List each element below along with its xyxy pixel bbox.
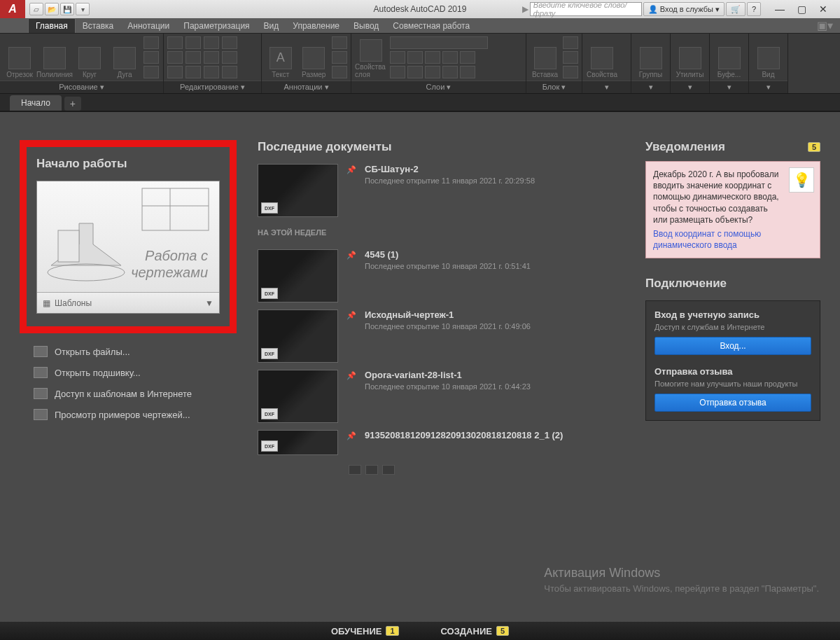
tool-small[interactable] [563, 66, 578, 78]
app-logo-icon[interactable]: A [0, 0, 25, 18]
menu-insert[interactable]: Вставка [76, 18, 121, 33]
pin-icon[interactable]: 📌 [346, 370, 356, 423]
tool-small[interactable] [390, 66, 405, 78]
tool-small[interactable] [563, 36, 578, 49]
exchange-icon[interactable]: 🛒 [726, 2, 746, 16]
tool-small[interactable] [222, 36, 237, 49]
menu-annotations[interactable]: Аннотации [120, 18, 176, 33]
menu-collab[interactable]: Совместная работа [386, 18, 477, 33]
tool-small[interactable] [332, 36, 347, 49]
tool-text[interactable]: AТекст [265, 36, 296, 78]
qat-open-icon[interactable]: 📂 [45, 3, 59, 15]
layer-combo[interactable] [390, 36, 488, 49]
minimize-button[interactable]: — [775, 4, 785, 15]
link-sample-drawings[interactable]: Просмотр примеров чертежей... [34, 409, 237, 420]
tool-polyline[interactable]: Полилиния [38, 36, 71, 78]
tab-learn[interactable]: ОБУЧЕНИЕ1 [331, 626, 399, 636]
tool-small[interactable] [460, 66, 475, 78]
tool-small[interactable] [186, 66, 201, 78]
panel-label[interactable]: ▾ [671, 81, 709, 93]
menu-parametrize[interactable]: Параметризация [176, 18, 256, 33]
link-online-templates[interactable]: Доступ к шаблонам в Интернете [34, 388, 237, 399]
panel-label-layers[interactable]: Слои ▾ [351, 81, 526, 93]
tool-small[interactable] [425, 51, 440, 64]
tool-small[interactable] [425, 66, 440, 78]
link-open-sheetset[interactable]: Открыть подшивку... [34, 367, 237, 378]
maximize-button[interactable]: ▢ [797, 4, 806, 15]
notification-card[interactable]: 💡 Декабрь 2020 г. А вы пробовали вводить… [645, 161, 820, 258]
tool-view[interactable]: Вид [752, 36, 784, 78]
tab-start[interactable]: Начало [10, 95, 62, 111]
menu-output[interactable]: Вывод [346, 18, 386, 33]
tool-small[interactable] [407, 66, 423, 78]
tool-small[interactable] [460, 51, 475, 64]
link-open-files[interactable]: Открыть файлы... [34, 346, 237, 357]
pin-icon[interactable]: 📌 [346, 309, 356, 363]
tool-small[interactable] [167, 51, 183, 64]
menu-manage[interactable]: Управление [286, 18, 346, 33]
panel-label-edit[interactable]: Редактирование ▾ [164, 81, 261, 93]
start-drawing-card[interactable]: Работа счертежами ▦Шаблоны ▼ [36, 181, 220, 314]
tool-small[interactable] [390, 51, 405, 64]
panel-label-draw[interactable]: Рисование ▾ [0, 81, 163, 93]
menu-main[interactable]: Главная [28, 18, 76, 33]
pin-icon[interactable]: 📌 [346, 164, 356, 217]
tool-small[interactable] [186, 36, 201, 49]
tool-line[interactable]: Отрезок [4, 36, 36, 78]
panel-label[interactable]: ▾ [582, 81, 631, 93]
tool-small[interactable] [442, 66, 458, 78]
tool-small[interactable] [407, 51, 423, 64]
pin-icon[interactable]: 📌 [346, 249, 356, 302]
tool-insert-block[interactable]: Вставка [530, 36, 560, 78]
pin-icon[interactable]: 📌 [346, 430, 356, 458]
tool-small[interactable] [144, 36, 159, 49]
tool-properties[interactable]: Свойства [586, 36, 618, 78]
qat-save-icon[interactable]: 💾 [60, 3, 74, 15]
view-grid-icon[interactable] [365, 465, 378, 475]
tool-small[interactable] [144, 51, 159, 64]
menu-collapse-icon[interactable]: ▣▾ [810, 18, 840, 33]
tool-small[interactable] [222, 66, 237, 78]
signin-button[interactable]: Вход... [654, 337, 811, 355]
panel-label[interactable]: ▾ [710, 81, 748, 93]
tool-small[interactable] [563, 51, 578, 64]
tool-small[interactable] [167, 66, 183, 78]
qat-more-icon[interactable]: ▾ [76, 3, 90, 15]
help-icon[interactable]: ? [747, 2, 761, 16]
tool-layer-props[interactable]: Свойства слоя [355, 36, 387, 78]
close-button[interactable]: ✕ [819, 4, 827, 15]
panel-label[interactable]: ▾ [749, 81, 788, 93]
tool-groups[interactable]: Группы [635, 36, 666, 78]
tool-small[interactable] [204, 66, 219, 78]
view-thumb-icon[interactable] [382, 465, 395, 475]
tool-small[interactable] [222, 51, 237, 64]
tool-small[interactable] [186, 51, 201, 64]
new-tab-button[interactable]: + [64, 97, 81, 111]
tool-small[interactable] [144, 66, 159, 78]
tool-clipboard[interactable]: Буфе... [713, 36, 745, 78]
menu-view[interactable]: Вид [257, 18, 286, 33]
tool-small[interactable] [167, 36, 183, 49]
feedback-button[interactable]: Отправка отзыва [654, 394, 811, 412]
tool-circle[interactable]: Круг [74, 36, 106, 78]
qat-new-icon[interactable]: ▱ [29, 3, 43, 15]
recent-item[interactable]: 📌 Исходный-чертеж-1Последнее открытие 10… [258, 309, 624, 363]
tool-small[interactable] [442, 51, 458, 64]
tool-small[interactable] [332, 66, 347, 78]
templates-dropdown[interactable]: ▦Шаблоны ▼ [37, 292, 219, 313]
tab-create[interactable]: СОЗДАНИЕ5 [441, 626, 510, 636]
tool-small[interactable] [204, 36, 219, 49]
panel-label[interactable]: ▾ [631, 81, 670, 93]
tool-dimension[interactable]: Размер [299, 36, 330, 78]
search-input[interactable]: Введите ключевое слово/фразу [530, 2, 642, 16]
view-list-icon[interactable] [349, 465, 361, 475]
panel-label-annotation[interactable]: Аннотации ▾ [262, 81, 351, 93]
recent-item[interactable]: 📌 913520818120912820913020818120818 2_1 … [258, 430, 624, 458]
recent-item[interactable]: 📌 Opora-variant-28-list-1Последнее откры… [258, 370, 624, 423]
recent-item[interactable]: 📌 4545 (1)Последнее открытие 10 января 2… [258, 249, 624, 302]
tool-small[interactable] [332, 51, 347, 64]
recent-item[interactable]: 📌 СБ-Шатун-2Последнее открытие 11 января… [258, 164, 624, 217]
notification-link[interactable]: Ввод координат с помощью динамического в… [653, 228, 813, 251]
tool-arc[interactable]: Дуга [108, 36, 141, 78]
panel-label-block[interactable]: Блок ▾ [526, 81, 582, 93]
